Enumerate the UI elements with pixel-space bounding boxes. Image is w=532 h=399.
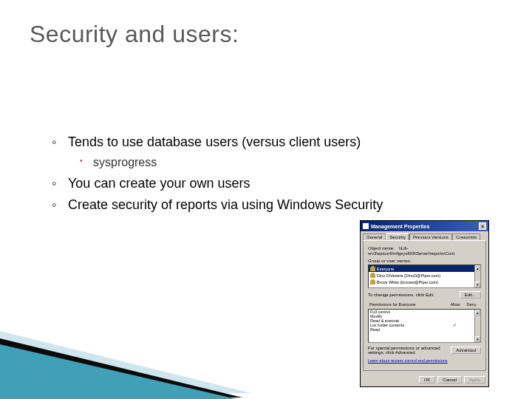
svg-marker-2 xyxy=(0,344,236,399)
list-item-label: Dino DiVenere (DinoD@Piper.com) xyxy=(377,273,440,278)
scrollbar[interactable]: ▴ ▾ xyxy=(474,310,480,342)
bullet-item: You can create your own users xyxy=(52,174,502,193)
bullet-item: Tends to use database users (versus clie… xyxy=(52,133,502,151)
dialog-title: Management Properties xyxy=(371,224,429,229)
user-icon xyxy=(370,266,375,271)
properties-dialog: Management Properties × General Security… xyxy=(360,220,489,387)
permissions-table: Full control Modify Read & execute List … xyxy=(368,309,481,343)
deny-header: Deny xyxy=(463,302,480,307)
list-item-label: Everyone xyxy=(377,267,394,271)
close-button[interactable]: × xyxy=(479,222,486,230)
change-permissions-note: To change permissions, click Edit. xyxy=(368,293,434,297)
scroll-down-icon[interactable]: ▾ xyxy=(475,336,480,342)
scroll-up-icon[interactable]: ▴ xyxy=(475,265,480,271)
tab-bar: General Security Previous Versions Custo… xyxy=(361,231,488,240)
user-icon xyxy=(370,279,375,284)
groups-label: Group or user names: xyxy=(368,259,481,263)
dialog-titlebar: Management Properties × xyxy=(361,221,488,231)
tab-general[interactable]: General xyxy=(363,233,386,240)
perm-name: Read xyxy=(370,327,446,332)
learn-link[interactable]: Learn about access control and permissio… xyxy=(368,358,448,363)
list-item[interactable]: Dino DiVenere (DinoD@Piper.com) xyxy=(369,272,480,279)
content-area: Tends to use database users (versus clie… xyxy=(52,133,502,217)
bullet-sub-item: sysprogress xyxy=(80,154,502,171)
tab-customize[interactable]: Customize xyxy=(452,233,480,240)
list-item[interactable]: Everyone xyxy=(369,265,480,272)
ok-button[interactable]: OK xyxy=(419,376,436,383)
slide-title: Security and users: xyxy=(30,21,239,48)
scroll-down-icon[interactable]: ▾ xyxy=(475,282,480,287)
list-item[interactable]: Bruce White (brucew@Piper.com) xyxy=(369,279,480,285)
list-item-label: Bruce White (brucew@Piper.com) xyxy=(377,280,438,284)
edit-button[interactable]: Edit... xyxy=(460,291,481,299)
dialog-body: Object name: \\Lib-srv3\epicor9\mfgsys80… xyxy=(363,240,486,371)
scrollbar[interactable]: ▴ ▾ xyxy=(474,265,480,287)
user-icon xyxy=(370,273,375,278)
cancel-button[interactable]: Cancel xyxy=(437,376,462,383)
bullet-item: Create security of reports via using Win… xyxy=(52,196,502,214)
scroll-up-icon[interactable]: ▴ xyxy=(475,310,480,316)
decorative-triangle xyxy=(0,296,266,399)
dialog-footer: OK Cancel Apply xyxy=(361,373,488,386)
table-row: Read xyxy=(369,327,480,332)
object-name-label: Object name: xyxy=(368,246,395,250)
advanced-note: For special permissions or advanced sett… xyxy=(368,346,451,355)
groups-list[interactable]: Everyone Dino DiVenere (DinoD@Piper.com)… xyxy=(368,265,481,288)
permissions-label: Permissions for Everyone xyxy=(369,302,447,307)
advanced-button[interactable]: Advanced xyxy=(451,347,481,354)
dialog-icon xyxy=(363,223,369,229)
apply-button[interactable]: Apply xyxy=(464,376,485,383)
tab-security[interactable]: Security xyxy=(386,233,409,240)
allow-header: Allow xyxy=(447,302,463,307)
tab-previous-versions[interactable]: Previous Versions xyxy=(409,233,452,240)
